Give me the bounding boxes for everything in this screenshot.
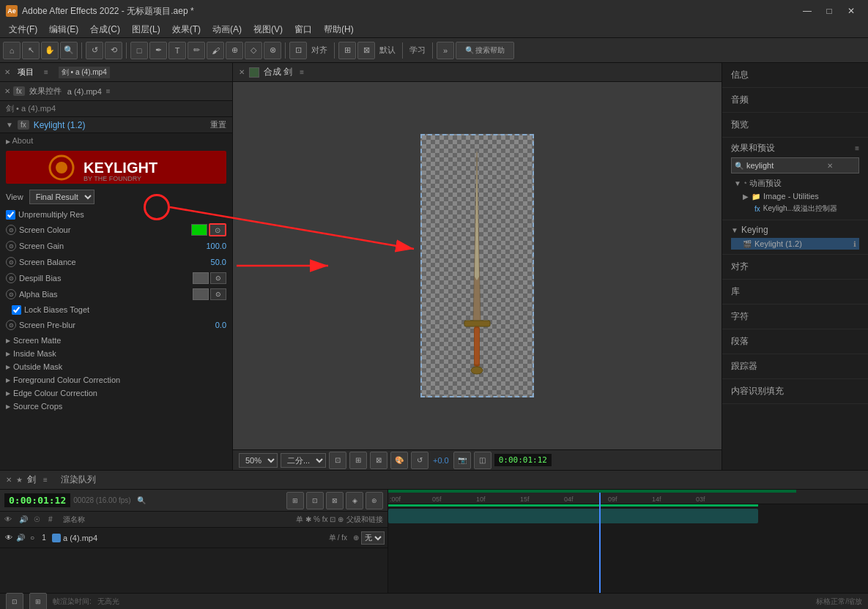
home-tool[interactable]: ⌂ (3, 42, 21, 59)
rotate-tool[interactable]: ↺ (86, 42, 103, 59)
unpremultiply-checkbox[interactable] (6, 210, 15, 220)
project-tab[interactable]: 项目 (13, 65, 38, 79)
parent-icon[interactable]: ⊕ (353, 534, 359, 542)
timeline-btn2[interactable]: ⊡ (306, 492, 324, 509)
main-timecode[interactable]: 0:00:01:12 (4, 493, 70, 507)
effects-search-box[interactable]: 🔍 ✕ (731, 157, 859, 173)
menu-file[interactable]: 文件(F) (3, 22, 43, 37)
grid-btn[interactable]: ⊠ (370, 452, 387, 469)
snap-btn[interactable]: ⊞ (338, 42, 356, 59)
timeline-btn5[interactable]: ⊛ (366, 492, 383, 509)
info-panel-item[interactable]: 信息 (722, 63, 868, 88)
lock-biases-checkbox[interactable] (12, 305, 21, 315)
menu-help[interactable]: 帮助(H) (318, 22, 360, 37)
screen-matte-section[interactable]: Screen Matte (0, 333, 232, 346)
comp-close[interactable]: ✕ (239, 68, 245, 76)
collapse-icon[interactable]: ▼ (6, 121, 13, 129)
maximize-button[interactable]: □ (818, 0, 840, 22)
align-item[interactable]: 对齐 (722, 255, 868, 280)
pen-tool[interactable]: ✒ (149, 42, 167, 59)
preview-panel-item[interactable]: 预览 (722, 113, 868, 138)
keying-expand[interactable]: ▼ (731, 226, 738, 234)
menu-effects[interactable]: 效果(T) (166, 22, 207, 37)
effects-menu[interactable]: ≡ (855, 144, 859, 152)
colour-picker-btn[interactable]: ⊙ (209, 223, 226, 236)
refresh-btn[interactable]: ↺ (411, 452, 429, 469)
fx-toggle[interactable]: / fx (338, 534, 347, 542)
keylight-name[interactable]: Keylight (1.2) (34, 120, 86, 130)
audio-panel-item[interactable]: 音频 (722, 88, 868, 113)
timeline-btn3[interactable]: ⊠ (326, 492, 344, 509)
eye-toggle[interactable]: 👁 (3, 534, 15, 542)
brush-tool[interactable]: ✏ (188, 42, 205, 59)
timeline-menu[interactable]: ≡ (43, 476, 48, 484)
timeline-btn4[interactable]: ◈ (346, 492, 363, 509)
content-fill-item[interactable]: 内容识别填充 (722, 379, 868, 404)
layer-name[interactable]: a (4).mp4 (63, 534, 329, 542)
fit-frame-btn[interactable]: ⊡ (329, 452, 346, 469)
view-select[interactable]: Final Result (29, 190, 94, 204)
screen-balance-icon[interactable]: ⊙ (6, 257, 16, 267)
search-help-btn[interactable]: 🔍 搜索帮助 (456, 42, 514, 59)
library-item[interactable]: 库 (722, 280, 868, 304)
hand-tool[interactable]: ✋ (41, 42, 59, 59)
alpha-picker[interactable]: ⊙ (210, 288, 226, 300)
image-utilities-item[interactable]: ▶ 📁 Image - Utilities (731, 190, 859, 202)
puppet-tool[interactable]: ⊗ (264, 42, 281, 59)
screen-gain-icon[interactable]: ⊙ (6, 241, 16, 251)
screen-balance-value[interactable]: 50.0 (211, 258, 226, 266)
paragraph-item[interactable]: 段落 (722, 329, 868, 354)
status-btn2[interactable]: ⊞ (29, 593, 47, 610)
menu-composition[interactable]: 合成(C) (84, 22, 126, 37)
layer-track-bar[interactable] (388, 509, 758, 523)
status-btn1[interactable]: ⊡ (6, 593, 23, 610)
character-item[interactable]: 字符 (722, 304, 868, 329)
edge-colour-section[interactable]: Edge Colour Correction (0, 386, 232, 399)
preblur-icon[interactable]: ⊙ (6, 320, 16, 330)
effect-panel-menu[interactable]: ≡ (106, 87, 111, 95)
timeline-btn1[interactable]: ⊞ (286, 492, 304, 509)
despill-icon[interactable]: ⊙ (6, 273, 16, 283)
despill-picker[interactable]: ⊙ (210, 272, 226, 284)
rect-tool[interactable]: □ (130, 42, 148, 59)
channels-btn[interactable]: 🎨 (390, 452, 408, 469)
type-tool[interactable]: T (168, 42, 186, 59)
comp-menu[interactable]: ≡ (300, 68, 304, 76)
preblur-value[interactable]: 0.0 (215, 321, 226, 329)
motion-btn[interactable]: ⊠ (357, 42, 375, 59)
reset-button[interactable]: 重置 (210, 119, 226, 130)
show-snapshot-btn[interactable]: ◫ (474, 452, 492, 469)
quality-select[interactable]: 二分... (281, 453, 326, 468)
fx-panel-close[interactable]: ✕ (4, 87, 10, 95)
outside-mask-section[interactable]: Outside Mask (0, 359, 232, 373)
screen-colour-icon[interactable]: ⊙ (6, 225, 16, 235)
render-queue-label[interactable]: 渲染队列 (61, 474, 96, 486)
timecode-display[interactable]: 0:00:01:12 (494, 454, 552, 466)
screen-gain-value[interactable]: 100.0 (206, 242, 226, 250)
safe-zones-btn[interactable]: ⊞ (349, 452, 367, 469)
alpha-icon[interactable]: ⊙ (6, 289, 16, 299)
colour-swatch[interactable] (191, 224, 207, 236)
menu-edit[interactable]: 编辑(E) (43, 22, 84, 37)
keying-info-btn[interactable]: ℹ (853, 240, 856, 248)
zoom-tool[interactable]: 🔍 (60, 42, 78, 59)
source-crops-section[interactable]: Source Crops (0, 399, 232, 412)
keylight-keying-item[interactable]: 🎬 Keylight (1.2) ℹ (731, 238, 859, 250)
clear-search-btn[interactable]: ✕ (827, 162, 833, 170)
parent-select[interactable]: 无 (361, 531, 385, 545)
foreground-colour-section[interactable]: Foreground Colour Correction (0, 373, 232, 386)
alpha-swatch[interactable] (193, 288, 209, 300)
search-layer-btn[interactable]: 🔍 (137, 496, 146, 504)
search-input[interactable] (746, 161, 827, 170)
solo-toggle[interactable]: ○ (26, 534, 38, 542)
keylight-effect-item[interactable]: fx Keyligh...级溢出控制器 (731, 202, 859, 215)
expand-panels-btn[interactable]: » (437, 42, 454, 59)
menu-layer[interactable]: 图层(L) (126, 22, 166, 37)
about-label[interactable]: ▶ About (6, 136, 226, 145)
menu-view[interactable]: 视图(V) (248, 22, 289, 37)
inside-mask-section[interactable]: Inside Mask (0, 346, 232, 359)
despill-swatch[interactable] (193, 272, 209, 284)
eraser-tool[interactable]: ◇ (245, 42, 262, 59)
align-btn[interactable]: ⊡ (289, 42, 307, 59)
transform-tool[interactable]: ⟲ (105, 42, 122, 59)
